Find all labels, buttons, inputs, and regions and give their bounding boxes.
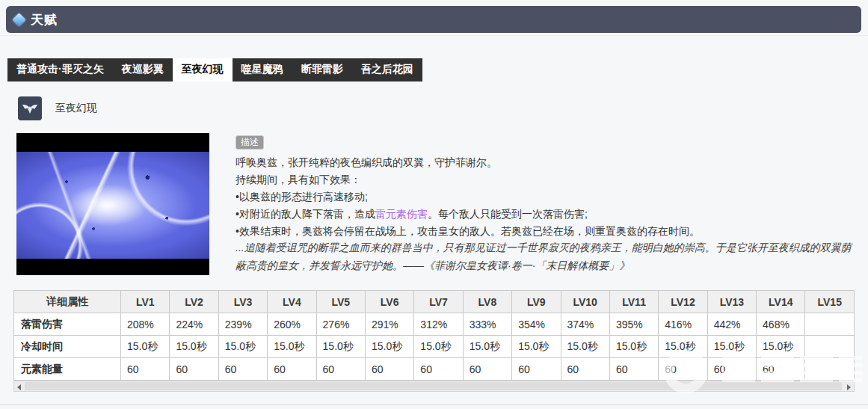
description-line: •以奥兹的形态进行高速移动; (236, 188, 856, 206)
table-cell: 239% (218, 313, 267, 336)
table-cell: 224% (170, 313, 218, 336)
tab-至夜幻现[interactable]: 至夜幻现 (173, 58, 233, 82)
description-line: 呼唤奥兹，张开纯粹的夜色编织成的双翼，守护菲谢尔。 (236, 154, 856, 171)
table-cell: 416% (659, 313, 707, 336)
table-cell: 208% (121, 313, 170, 336)
table-header-LV12: LV12 (659, 291, 707, 313)
table-row: 落雷伤害208%224%239%260%276%291%312%333%354%… (14, 313, 855, 336)
table-cell (805, 313, 855, 336)
table-cell: 15.0秒 (268, 336, 316, 358)
talent-attribute-table: 详细属性LV1LV2LV3LV4LV5LV6LV7LV8LV9LV10LV11L… (13, 290, 855, 381)
table-cell: 15.0秒 (463, 336, 511, 358)
table-header-row: 详细属性LV1LV2LV3LV4LV5LV6LV7LV8LV9LV10LV11L… (14, 291, 855, 313)
table-header-LV5: LV5 (316, 291, 365, 313)
table-row: 元素能量6060606060606060606060606060 (14, 358, 855, 381)
table-cell: 60 (757, 358, 805, 381)
table-cell: 15.0秒 (316, 336, 365, 358)
description-block: 描述 呼唤奥兹，张开纯粹的夜色编织成的双翼，守护菲谢尔。持续期间，具有如下效果：… (236, 135, 856, 240)
flavor-text: ...追随着受诅咒的断罪之血而来的群兽当中，只有那见证过一千世界寂灭的夜鸦亲王，… (236, 239, 855, 274)
description-line: •对附近的敌人降下落雷，造成雷元素伤害。每个敌人只能受到一次落雷伤害; (236, 206, 856, 223)
scroll-right-arrow-icon[interactable] (847, 384, 851, 390)
table-header-LV13: LV13 (707, 291, 756, 313)
table-row: 冷却时间15.0秒15.0秒15.0秒15.0秒15.0秒15.0秒15.0秒1… (14, 336, 855, 358)
description-line: 持续期间，具有如下效果： (236, 171, 856, 188)
tab-吾之后花园[interactable]: 吾之后花园 (352, 58, 422, 82)
table-cell: 15.0秒 (365, 336, 413, 358)
table-cell: 15.0秒 (561, 336, 609, 358)
scrollbar-thumb[interactable] (25, 382, 842, 390)
table-cell: 60 (463, 358, 511, 381)
table-cell: 60 (170, 358, 218, 381)
table-header-LV2: LV2 (170, 291, 218, 313)
table-cell: 15.0秒 (707, 336, 756, 358)
table-cell: 442% (707, 313, 756, 336)
table-cell: 333% (463, 313, 511, 336)
table-cell: 374% (561, 313, 609, 336)
description-text: •效果结束时，奥兹将会停留在战场上，攻击皇女的敌人。若奥兹已经在场，则重置奥兹的… (236, 225, 700, 237)
table-cell: 60 (121, 358, 170, 381)
table-cell: 60 (609, 358, 658, 381)
table-cell: 276% (316, 313, 365, 336)
table-cell: 60 (414, 358, 463, 381)
talent-name: 至夜幻现 (55, 102, 97, 115)
table-cell: 15.0秒 (218, 336, 267, 358)
talent-preview-video[interactable] (16, 133, 209, 275)
talent-section-head: 至夜幻现 (18, 96, 97, 120)
table-cell: 60 (561, 358, 609, 381)
tab-普通攻击·罪灭之矢[interactable]: 普通攻击·罪灭之矢 (7, 58, 113, 82)
table-header-LV6: LV6 (365, 291, 413, 313)
table-cell (805, 336, 855, 358)
tab-噬星魔鸦[interactable]: 噬星魔鸦 (233, 58, 292, 82)
table-cell: 60 (218, 358, 267, 381)
description-lines: 呼唤奥兹，张开纯粹的夜色编织成的双翼，守护菲谢尔。持续期间，具有如下效果：•以奥… (236, 154, 856, 240)
description-text: 持续期间，具有如下效果： (236, 173, 361, 185)
table-cell: 15.0秒 (170, 336, 218, 358)
table-cell: 60 (707, 358, 756, 381)
table-header-LV1: LV1 (121, 291, 170, 313)
bottom-divider (0, 405, 868, 405)
description-line: •效果结束时，奥兹将会停留在战场上，攻击皇女的敌人。若奥兹已经在场，则重置奥兹的… (236, 223, 856, 240)
section-title-bar: 天赋 (6, 6, 861, 33)
electro-damage-link[interactable]: 雷元素伤害 (375, 208, 428, 220)
tab-断罪雷影[interactable]: 断罪雷影 (292, 58, 352, 82)
table-cell: 60 (512, 358, 561, 381)
table-header-LV3: LV3 (218, 291, 267, 313)
table-header-LV4: LV4 (268, 291, 316, 313)
table-cell: 291% (365, 313, 413, 336)
table-header-LV10: LV10 (561, 291, 609, 313)
table-header-LV15: LV15 (805, 291, 855, 313)
wings-icon (18, 96, 42, 120)
table-cell (805, 358, 855, 381)
description-text: •对附近的敌人降下落雷，造成 (236, 208, 375, 220)
table-cell: 15.0秒 (609, 336, 658, 358)
table-cell: 60 (316, 358, 365, 381)
diamond-icon (12, 13, 25, 26)
row-label: 元素能量 (14, 358, 121, 381)
table-cell: 15.0秒 (757, 336, 805, 358)
header-divider (0, 35, 868, 36)
description-badge: 描述 (236, 135, 264, 150)
energy-burst-frame (16, 152, 209, 259)
table-cell: 15.0秒 (512, 336, 561, 358)
table-header-attribute: 详细属性 (14, 291, 121, 313)
table-cell: 468% (757, 313, 805, 336)
table-cell: 15.0秒 (414, 336, 463, 358)
table-cell: 354% (512, 313, 561, 336)
table-header-LV7: LV7 (414, 291, 463, 313)
table-horizontal-scrollbar[interactable] (13, 381, 855, 392)
table-cell: 60 (659, 358, 707, 381)
table-cell: 260% (268, 313, 316, 336)
description-text: •以奥兹的形态进行高速移动; (236, 191, 368, 203)
page-title: 天赋 (31, 11, 58, 28)
row-label: 落雷伤害 (14, 313, 121, 336)
tab-夜巡影翼[interactable]: 夜巡影翼 (113, 58, 173, 82)
table-cell: 15.0秒 (659, 336, 707, 358)
table-cell: 395% (609, 313, 658, 336)
table-cell: 15.0秒 (121, 336, 170, 358)
scroll-left-arrow-icon[interactable] (17, 384, 21, 390)
table-header-LV11: LV11 (609, 291, 658, 313)
table-header-LV9: LV9 (512, 291, 561, 313)
description-text: 呼唤奥兹，张开纯粹的夜色编织成的双翼，守护菲谢尔。 (236, 156, 497, 168)
row-label: 冷却时间 (14, 336, 121, 358)
table-cell: 60 (268, 358, 316, 381)
